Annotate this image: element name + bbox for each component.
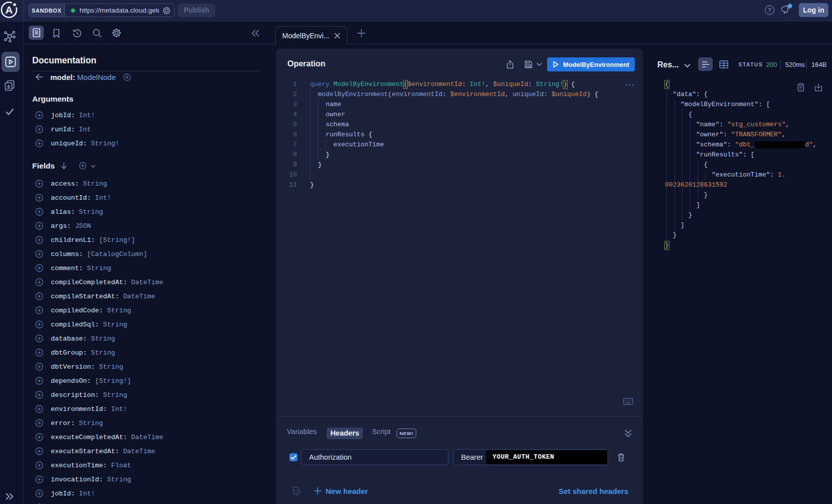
svg-text:A: A (6, 4, 13, 16)
svg-text:?: ? (768, 7, 771, 14)
